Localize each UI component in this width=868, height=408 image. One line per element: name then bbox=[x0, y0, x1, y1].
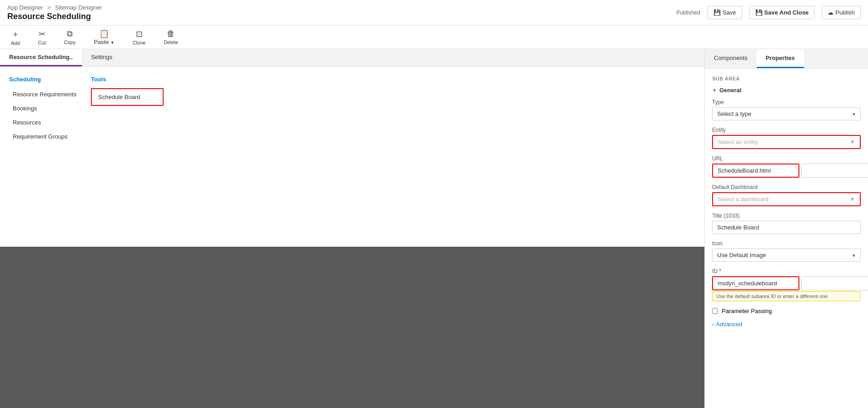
save-close-icon: 💾 bbox=[755, 9, 763, 16]
entity-dropdown[interactable]: Select an entity ▼ bbox=[712, 135, 861, 149]
dark-area bbox=[0, 247, 704, 408]
publish-button[interactable]: ☁ Publish bbox=[822, 6, 861, 19]
sidebar-item-requirement-groups[interactable]: Requirement Groups bbox=[9, 130, 82, 143]
advanced-label: Advanced bbox=[716, 321, 742, 328]
sitemap-area: Scheduling Resource Requirements Booking… bbox=[0, 67, 704, 247]
panel-content: SUB AREA ▼ General Type Select a type ▼ … bbox=[705, 69, 868, 335]
type-field-group: Type Select a type ▼ bbox=[712, 99, 861, 120]
type-select-wrapper: Select a type ▼ bbox=[712, 107, 861, 120]
sidebar-item-resource-requirements[interactable]: Resource Requirements bbox=[9, 88, 82, 100]
right-panel: Components Properties SUB AREA ▼ General… bbox=[704, 49, 868, 408]
dashboard-placeholder: Select a dashboard bbox=[718, 196, 768, 203]
url-label: URL bbox=[712, 155, 861, 162]
tab-settings[interactable]: Settings bbox=[82, 49, 121, 66]
icon-field-group: Icon Use Default Image ▼ bbox=[712, 240, 861, 262]
save-close-label: Save And Close bbox=[764, 9, 809, 16]
add-icon: ＋ bbox=[11, 29, 20, 40]
publish-icon: ☁ bbox=[828, 9, 833, 16]
schedule-board-card[interactable]: Schedule Board bbox=[91, 88, 164, 106]
copy-label: Copy bbox=[64, 40, 76, 45]
id-input[interactable] bbox=[712, 276, 799, 290]
entity-chevron-icon: ▼ bbox=[849, 139, 855, 145]
chevron-down-icon: ▼ bbox=[712, 88, 717, 93]
paste-label: Paste ▼ bbox=[94, 39, 114, 45]
entity-placeholder: Select an entity bbox=[718, 139, 758, 145]
dashboard-chevron-icon: ▼ bbox=[849, 196, 855, 203]
url-extra-input[interactable] bbox=[801, 164, 868, 178]
entity-field-group: Entity Select an entity ▼ bbox=[712, 127, 861, 149]
tools-column: Tools Schedule Board bbox=[91, 76, 173, 238]
id-hint-text: Use the default subarea ID or enter a di… bbox=[712, 291, 861, 301]
advanced-link[interactable]: › Advanced bbox=[712, 321, 861, 328]
title-label: Title (1033) bbox=[712, 213, 861, 219]
paste-icon: 📋 bbox=[99, 29, 109, 39]
copy-icon: ⧉ bbox=[67, 29, 73, 39]
copy-button[interactable]: ⧉ Copy bbox=[60, 27, 80, 47]
tab-properties[interactable]: Properties bbox=[757, 49, 804, 68]
type-label: Type bbox=[712, 99, 861, 105]
save-and-close-button[interactable]: 💾 Save And Close bbox=[749, 6, 815, 19]
save-icon: 💾 bbox=[713, 9, 721, 16]
type-select[interactable]: Select a type bbox=[712, 107, 861, 120]
default-dashboard-field-group: Default Dashboard Select a dashboard ▼ bbox=[712, 184, 861, 206]
breadcrumb-page: Sitemap Designer bbox=[55, 4, 102, 11]
add-label: Add bbox=[11, 40, 20, 46]
paste-button[interactable]: 📋 Paste ▼ bbox=[90, 27, 118, 47]
cut-label: Cut bbox=[38, 40, 46, 45]
breadcrumb-app[interactable]: App Designer bbox=[7, 4, 43, 11]
panel-tabs: Components Properties bbox=[705, 49, 868, 69]
app-title: Resource Scheduling bbox=[7, 12, 102, 21]
url-input[interactable] bbox=[712, 164, 799, 178]
tab-bar: Resource Scheduling.. Settings bbox=[0, 49, 704, 67]
add-button[interactable]: ＋ Add bbox=[7, 27, 24, 48]
default-dashboard-label: Default Dashboard bbox=[712, 184, 861, 190]
icon-select[interactable]: Use Default Image bbox=[712, 249, 861, 262]
cut-icon: ✂ bbox=[39, 29, 45, 39]
general-section-header[interactable]: ▼ General bbox=[712, 87, 861, 94]
top-bar-right: Published 💾 Save 💾 Save And Close ☁ Publ… bbox=[676, 6, 861, 19]
id-label: ID bbox=[712, 268, 861, 274]
parameter-passing-checkbox[interactable] bbox=[712, 308, 718, 314]
top-bar: App Designer > Sitemap Designer Resource… bbox=[0, 0, 868, 25]
delete-label: Delete bbox=[164, 40, 178, 45]
id-field-group: ID Use the default subarea ID or enter a… bbox=[712, 268, 861, 301]
entity-label: Entity bbox=[712, 127, 861, 133]
tab-resource-scheduling[interactable]: Resource Scheduling.. bbox=[0, 49, 82, 66]
parameter-passing-row: Parameter Passing bbox=[712, 308, 861, 314]
clone-icon: ⊡ bbox=[136, 29, 143, 39]
icon-select-wrapper: Use Default Image ▼ bbox=[712, 249, 861, 262]
tools-label[interactable]: Tools bbox=[91, 76, 173, 83]
url-row bbox=[712, 164, 861, 178]
sidebar-item-bookings[interactable]: Bookings bbox=[9, 102, 82, 114]
delete-button[interactable]: 🗑 Delete bbox=[160, 27, 182, 47]
main-layout: Resource Scheduling.. Settings Schedulin… bbox=[0, 49, 868, 408]
scheduling-group-label[interactable]: Scheduling bbox=[9, 76, 82, 83]
publish-status: Published bbox=[676, 10, 700, 16]
publish-label: Publish bbox=[835, 9, 855, 16]
general-section-label: General bbox=[719, 87, 741, 94]
breadcrumb: App Designer > Sitemap Designer bbox=[7, 4, 102, 11]
chevron-right-icon: › bbox=[712, 321, 714, 328]
dashboard-dropdown[interactable]: Select a dashboard ▼ bbox=[712, 192, 861, 206]
url-field-group: URL bbox=[712, 155, 861, 178]
title-field-group: Title (1033) bbox=[712, 213, 861, 234]
scheduling-column: Scheduling Resource Requirements Booking… bbox=[9, 76, 82, 238]
cut-button[interactable]: ✂ Cut bbox=[35, 27, 50, 47]
delete-icon: 🗑 bbox=[167, 29, 175, 39]
breadcrumb-separator: > bbox=[47, 4, 51, 11]
id-row bbox=[712, 276, 861, 290]
id-cursor-input[interactable] bbox=[801, 276, 868, 290]
save-label: Save bbox=[723, 9, 736, 16]
sub-area-label: SUB AREA bbox=[712, 76, 861, 81]
tab-components[interactable]: Components bbox=[705, 49, 757, 68]
clone-label: Clone bbox=[133, 40, 146, 45]
toolbar: ＋ Add ✂ Cut ⧉ Copy 📋 Paste ▼ ⊡ Clone 🗑 D… bbox=[0, 25, 868, 49]
top-bar-left: App Designer > Sitemap Designer Resource… bbox=[7, 4, 102, 21]
canvas-area: Resource Scheduling.. Settings Schedulin… bbox=[0, 49, 704, 408]
save-button[interactable]: 💾 Save bbox=[708, 6, 742, 19]
sidebar-item-resources[interactable]: Resources bbox=[9, 116, 82, 129]
title-input[interactable] bbox=[712, 221, 861, 234]
clone-button[interactable]: ⊡ Clone bbox=[129, 27, 150, 47]
parameter-passing-label: Parameter Passing bbox=[722, 308, 772, 314]
icon-label: Icon bbox=[712, 240, 861, 247]
